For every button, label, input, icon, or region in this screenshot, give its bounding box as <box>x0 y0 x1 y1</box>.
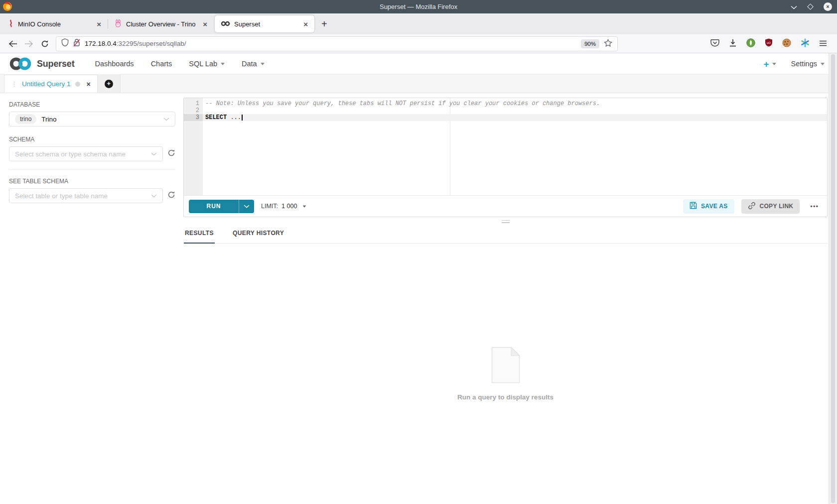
table-placeholder: Select table or type table name <box>15 192 108 200</box>
reload-icon[interactable] <box>37 40 53 48</box>
database-select[interactable]: trino Trino <box>9 112 175 126</box>
ublock-shield-icon[interactable]: uO <box>765 38 773 49</box>
sparkle-extension-icon[interactable] <box>801 38 810 49</box>
zoom-level-badge[interactable]: 90% <box>581 39 599 48</box>
superset-brand[interactable]: Superset <box>8 57 74 70</box>
caret-down-icon <box>772 63 776 65</box>
schema-select[interactable]: Select schema or type schema name <box>9 146 163 161</box>
scrollbar-thumb[interactable] <box>831 54 835 503</box>
downloads-icon[interactable] <box>729 39 737 49</box>
new-dropdown-button[interactable]: + <box>763 59 776 69</box>
table-select[interactable]: Select table or type table name <box>9 188 163 203</box>
window-title: Superset — Mozilla Firefox <box>380 3 457 10</box>
nav-data[interactable]: Data <box>233 60 273 68</box>
browser-tab-bar: MinIO Console × Cluster Overview - Trino… <box>0 13 837 34</box>
query-tab-close-icon[interactable]: × <box>87 80 91 88</box>
url-text[interactable]: 172.18.0.4:32295/superset/sqllab/ <box>85 40 186 47</box>
save-icon <box>690 202 697 211</box>
browser-tab-title: Cluster Overview - Trino <box>126 20 197 28</box>
superset-logo-icon <box>8 57 32 70</box>
line-number-gutter: 1 2 3 <box>184 98 203 195</box>
settings-menu[interactable]: Settings <box>791 60 825 68</box>
run-options-chevron[interactable] <box>239 200 254 213</box>
window-maximize-icon[interactable] <box>807 3 814 10</box>
results-empty-state: Run a query to display results <box>183 244 828 504</box>
save-as-button[interactable]: SAVE AS <box>683 199 734 214</box>
url-bar[interactable]: 172.18.0.4:32295/superset/sqllab/ 90% <box>56 36 618 51</box>
page-scrollbar[interactable] <box>829 53 837 504</box>
query-tab-title: Untitled Query 1 <box>22 80 71 88</box>
editor-toolbar: RUN LIMIT: 1 000 SAVE AS COPY LINK • <box>184 195 827 217</box>
nav-label: Data <box>242 60 257 68</box>
tab-close-icon[interactable]: × <box>95 20 103 28</box>
superset-navbar: Superset Dashboards Charts SQL Lab Data … <box>0 53 837 75</box>
more-options-button[interactable]: ••• <box>807 203 822 210</box>
cookie-icon[interactable] <box>782 38 791 49</box>
sql-keyword: SELECT <box>205 114 227 121</box>
plus-circle-icon: + <box>105 80 113 88</box>
sqllab-sidebar: DATABASE trino Trino SCHEMA Select schem… <box>0 93 183 504</box>
nav-sql-lab[interactable]: SQL Lab <box>180 60 233 68</box>
run-button-label[interactable]: RUN <box>189 200 239 213</box>
run-button[interactable]: RUN <box>189 200 254 213</box>
sql-empty-line <box>205 107 827 114</box>
tab-results[interactable]: RESULTS <box>184 225 215 244</box>
insecure-lock-icon[interactable] <box>73 38 80 49</box>
svg-text:uO: uO <box>767 41 771 44</box>
back-icon[interactable] <box>5 40 21 47</box>
menu-hamburger-icon[interactable] <box>819 39 827 48</box>
plus-icon: + <box>763 59 769 69</box>
new-tab-button[interactable]: + <box>315 18 333 30</box>
window-close-icon[interactable]: × <box>824 2 832 11</box>
shield-icon[interactable] <box>61 38 69 49</box>
table-schema-label: SEE TABLE SCHEMA <box>9 178 175 185</box>
database-name: Trino <box>41 116 56 123</box>
forward-icon[interactable] <box>21 40 37 47</box>
caret-down-icon <box>821 63 825 65</box>
drag-handle-icon[interactable]: ⋮ <box>11 80 17 88</box>
save-as-label: SAVE AS <box>701 203 727 210</box>
nav-label: Charts <box>151 60 172 68</box>
sql-code-line: SELECT ... <box>205 114 827 121</box>
firefox-logo-icon <box>2 1 12 13</box>
url-host: 172.18.0.4 <box>85 40 117 47</box>
text-cursor <box>242 115 243 121</box>
refresh-schema-icon[interactable] <box>167 149 175 159</box>
bookmark-star-icon[interactable] <box>604 39 612 49</box>
browser-tab-superset[interactable]: Superset × <box>215 15 314 32</box>
schema-label: SCHEMA <box>9 136 175 143</box>
link-icon <box>748 202 756 211</box>
main-nav: Dashboards Charts SQL Lab Data <box>86 60 273 68</box>
add-query-tab-button[interactable]: + <box>98 75 121 93</box>
pane-resize-handle[interactable] <box>183 218 828 225</box>
nav-dashboards[interactable]: Dashboards <box>86 60 142 68</box>
line-number: 2 <box>184 107 199 114</box>
chevron-down-icon <box>163 118 169 121</box>
browser-toolbar: 172.18.0.4:32295/superset/sqllab/ 90% uO <box>0 34 837 53</box>
refresh-table-icon[interactable] <box>167 191 175 201</box>
empty-state-message: Run a query to display results <box>457 393 554 401</box>
database-badge: trino <box>15 114 36 124</box>
brand-name: Superset <box>37 59 74 69</box>
copy-link-label: COPY LINK <box>760 203 794 210</box>
tab-close-icon[interactable]: × <box>201 20 209 28</box>
minio-favicon-icon <box>8 19 14 29</box>
caret-down-icon <box>261 63 265 65</box>
sql-comment-line: -- Note: Unless you save your query, the… <box>205 100 827 107</box>
sidebar-divider <box>9 169 175 170</box>
tab-query-history[interactable]: QUERY HISTORY <box>232 225 285 243</box>
code-editor-area[interactable]: 1 2 3 -- Note: Unless you save your quer… <box>184 98 827 195</box>
unsaved-indicator-dot <box>75 82 80 87</box>
results-tab-bar: RESULTS QUERY HISTORY <box>183 225 828 244</box>
nav-charts[interactable]: Charts <box>142 60 181 68</box>
pocket-icon[interactable] <box>710 39 719 49</box>
copy-link-button[interactable]: COPY LINK <box>741 199 800 214</box>
browser-tab-trino[interactable]: Cluster Overview - Trino × <box>108 13 214 34</box>
tab-close-icon[interactable]: × <box>302 20 309 28</box>
query-tab-untitled[interactable]: ⋮ Untitled Query 1 × <box>4 75 98 93</box>
extension-green-icon[interactable] <box>746 38 755 49</box>
caret-down-icon <box>221 63 225 65</box>
limit-dropdown[interactable]: LIMIT: 1 000 <box>261 203 306 210</box>
browser-tab-minio[interactable]: MinIO Console × <box>2 13 108 34</box>
window-minimize-icon[interactable] <box>791 2 797 11</box>
